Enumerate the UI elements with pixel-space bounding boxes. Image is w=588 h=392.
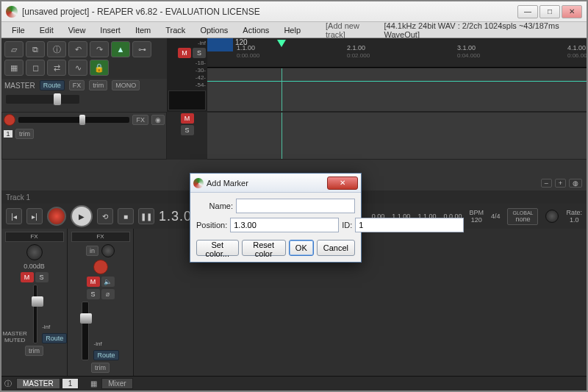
- menu-help[interactable]: Help: [276, 26, 308, 35]
- edit-cursor[interactable]: [282, 113, 282, 159]
- bpm-value[interactable]: 120: [469, 216, 484, 224]
- lock-icon[interactable]: 🔒: [90, 60, 109, 76]
- close-button[interactable]: ✕: [562, 5, 582, 18]
- cancel-button[interactable]: Cancel: [317, 240, 355, 256]
- master-mute-button[interactable]: M: [178, 48, 191, 58]
- mixer-t1-mute[interactable]: M: [87, 277, 100, 287]
- mixer-master-fader[interactable]: [33, 285, 38, 343]
- menu-actions[interactable]: Actions: [235, 26, 276, 35]
- link-icon[interactable]: ⊶: [132, 41, 151, 57]
- snap-icon[interactable]: ◻: [26, 60, 45, 76]
- mixer-tab-1[interactable]: 1: [62, 378, 79, 389]
- reset-color-button[interactable]: Reset color: [242, 240, 286, 256]
- menu-insert[interactable]: Insert: [93, 26, 128, 35]
- mixer-t1-trim[interactable]: trim: [91, 363, 110, 373]
- mixer-master-route[interactable]: Route: [42, 333, 67, 343]
- set-color-button[interactable]: Set color...: [196, 240, 239, 256]
- mixer-master-solo[interactable]: S: [35, 272, 49, 282]
- minimize-button[interactable]: —: [517, 5, 538, 18]
- menu-edit[interactable]: Edit: [32, 26, 61, 35]
- stop-button[interactable]: ■: [118, 208, 134, 224]
- mixer-dock-icon[interactable]: ▦: [87, 379, 100, 388]
- dialog-app-icon: [193, 178, 204, 188]
- track-1-lane[interactable]: [207, 112, 587, 160]
- track-record-arm-button[interactable]: [4, 114, 15, 126]
- mixer-tab-master[interactable]: MASTER: [16, 378, 60, 389]
- dialog-close-button[interactable]: ✕: [327, 177, 358, 190]
- goto-end-button[interactable]: ▸|: [26, 208, 43, 224]
- ok-button[interactable]: OK: [289, 240, 314, 256]
- marker-id-input[interactable]: [355, 218, 464, 232]
- mixer-t1-solo[interactable]: S: [87, 289, 100, 299]
- mixer-t1-fader[interactable]: [82, 302, 89, 360]
- grid-icon[interactable]: ▦: [4, 60, 24, 76]
- rate-value[interactable]: 1.0: [566, 216, 582, 224]
- play-button[interactable]: ▶: [71, 205, 93, 227]
- master-fx-button[interactable]: FX: [69, 80, 85, 90]
- maximize-button[interactable]: □: [539, 5, 560, 18]
- marker-flag-icon[interactable]: [277, 40, 286, 47]
- bottom-tab-mixer[interactable]: Mixer: [101, 378, 132, 389]
- tempo-marker[interactable]: [207, 38, 233, 51]
- master-volume-fader[interactable]: [6, 95, 79, 104]
- metronome-icon[interactable]: ▲: [111, 41, 130, 57]
- track-input-icon[interactable]: ◉: [151, 115, 165, 125]
- mixer-master-trim[interactable]: trim: [25, 346, 43, 356]
- menu-track[interactable]: Track: [158, 26, 193, 35]
- dialog-titlebar[interactable]: Add Marker ✕: [190, 174, 361, 193]
- mixer-master-pan-knob[interactable]: [26, 244, 43, 260]
- master-solo-button[interactable]: S: [193, 48, 206, 58]
- open-project-icon[interactable]: ⧉: [26, 41, 45, 57]
- track-solo-button[interactable]: S: [181, 125, 194, 135]
- mixer-t1-input[interactable]: in: [86, 246, 98, 256]
- redo-icon[interactable]: ↷: [90, 41, 109, 57]
- track-volume-fader[interactable]: [18, 117, 129, 123]
- meter-tick: -18-: [168, 60, 206, 67]
- menu-file[interactable]: File: [4, 26, 32, 35]
- mixer-t1-route[interactable]: Route: [93, 350, 118, 360]
- zoom-in-button[interactable]: +: [555, 179, 566, 188]
- record-button[interactable]: [47, 207, 66, 226]
- master-route-button[interactable]: Route: [40, 80, 65, 90]
- rate-knob[interactable]: [545, 210, 559, 223]
- mixer-t1-phase-icon[interactable]: ø: [101, 289, 115, 299]
- track-trim-button[interactable]: trim: [15, 129, 34, 139]
- edit-cursor[interactable]: [282, 68, 282, 111]
- master-mono-button[interactable]: MONO: [112, 80, 140, 90]
- track-fx-button[interactable]: FX: [132, 115, 148, 125]
- zoom-knob-icon[interactable]: ◍: [569, 179, 582, 188]
- marker-position-input[interactable]: [230, 218, 339, 232]
- menu-add-track[interactable]: [Add new track]: [318, 21, 384, 39]
- menu-options[interactable]: Options: [193, 26, 235, 35]
- info-icon[interactable]: ⓘ: [1, 379, 15, 389]
- timeline-ruler[interactable]: 120 1.1.000:00.000 2.1.000:02.000 3.1.00…: [207, 38, 587, 68]
- goto-start-button[interactable]: |◂: [6, 208, 22, 224]
- mixer-t1-pan-knob[interactable]: [101, 244, 115, 257]
- mixer-t1-speaker-icon[interactable]: 🔈: [101, 277, 115, 287]
- audio-device-status[interactable]: [44.1kHz 24bit WAV : 2/2ch 1024spls ~43/…: [384, 21, 587, 39]
- track-1-header[interactable]: FX ◉ 1 trim: [1, 112, 167, 160]
- save-project-icon[interactable]: ⓘ: [47, 41, 66, 57]
- menu-view[interactable]: View: [61, 26, 93, 35]
- mixer-t1-fx[interactable]: FX: [71, 232, 130, 242]
- time-signature[interactable]: 4/4: [491, 213, 501, 220]
- undo-icon[interactable]: ↶: [68, 41, 87, 57]
- pause-button[interactable]: ❚❚: [138, 208, 154, 224]
- zoom-out-button[interactable]: –: [541, 179, 552, 188]
- new-project-icon[interactable]: ▱: [4, 41, 24, 57]
- master-track-lane[interactable]: [207, 68, 587, 112]
- mixer-t1-recarm[interactable]: [93, 260, 108, 274]
- mixer-master-mute[interactable]: M: [21, 272, 34, 282]
- meter-inf-label: -inf: [198, 40, 206, 46]
- envelope-icon[interactable]: ∿: [68, 60, 87, 76]
- automation-mode[interactable]: none: [512, 215, 533, 223]
- master-trim-button[interactable]: trim: [89, 80, 107, 90]
- repeat-button[interactable]: ⟲: [97, 208, 113, 224]
- menu-item[interactable]: Item: [128, 26, 158, 35]
- ripple-icon[interactable]: ⇄: [47, 60, 66, 76]
- envelope-line[interactable]: [207, 81, 587, 82]
- mixer-master-fx[interactable]: FX: [5, 232, 64, 242]
- marker-name-input[interactable]: [236, 199, 355, 213]
- track-mute-button[interactable]: M: [181, 113, 194, 124]
- add-marker-dialog: Add Marker ✕ Name: Position: ID: Set col…: [190, 173, 362, 263]
